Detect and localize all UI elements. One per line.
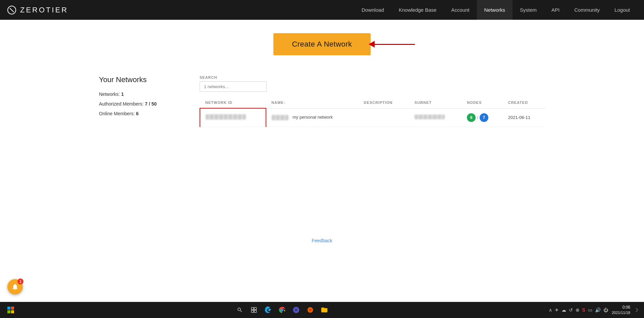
search-icon [237,307,243,313]
navbar: ZEROTIER Download Knowledge Base Account… [0,0,644,20]
stat-networks: Networks: 1 [99,91,173,98]
col-network-id[interactable]: NETWORK ID [200,97,266,108]
taskbar-paw-button[interactable] [290,304,302,316]
files-icon [321,306,328,314]
network-nodes-cell: 6 / 7 [462,108,503,127]
stat-online-value: 6 [136,111,139,116]
taskbar-right: ∧ ✈ ☁ ↺ ⊕ S ▭ 🔊 ⏻ 0:06 2021/11/18 ☽ [543,305,644,315]
nav-api[interactable]: API [544,0,567,20]
search-input[interactable] [200,81,267,92]
svg-rect-4 [7,310,10,313]
taskbar-chrome-button[interactable] [276,304,288,316]
nav-download[interactable]: Download [354,0,391,20]
col-description[interactable]: DESCRIPTION [358,97,409,108]
create-network-button[interactable]: Create A Network [273,33,370,55]
logo: ZEROTIER [7,5,68,15]
paw-icon [292,306,300,314]
create-network-section: Create A Network [0,33,644,55]
taskbar-center [21,304,543,316]
tray-sound-icon[interactable]: 🔊 [594,306,602,314]
arrow-head-icon [369,41,375,48]
svg-rect-9 [254,310,257,313]
svg-rect-5 [11,310,14,313]
tray-icons: ∧ ✈ ☁ ↺ ⊕ S ▭ 🔊 ⏻ [548,306,609,314]
networks-table: NETWORK ID NAME↑ DESCRIPTION SUBNET NODE… [200,97,545,127]
col-created[interactable]: CREATED [503,97,545,108]
network-name-cell[interactable]: my personal network [266,108,358,127]
stat-authorized-value: 7 / 50 [145,101,157,107]
network-created-cell: 2021-06-11 [503,108,545,127]
subnet-value [415,115,445,119]
tray-chevron-icon[interactable]: ∧ [548,306,553,314]
tray-wifi-icon[interactable]: ✈ [554,306,560,314]
task-view-icon [251,307,257,313]
svg-rect-8 [252,310,254,313]
bell-icon [11,283,19,291]
start-button[interactable] [3,303,18,317]
col-nodes[interactable]: NODES [462,97,503,108]
tray-battery-icon[interactable]: ⏻ [602,306,609,314]
svg-point-12 [309,308,312,311]
tray-plus-icon[interactable]: ⊕ [575,306,581,314]
notification-bell[interactable]: 1 [7,279,23,295]
stat-authorized-label: Authorized Members: [99,101,144,107]
nav-knowledge-base[interactable]: Knowledge Base [391,0,444,20]
main-content: Create A Network Your Networks Networks:… [0,20,644,302]
network-description-inline: my personal network [292,115,333,120]
table-row[interactable]: my personal network 6 / 7 [200,108,545,127]
taskbar-search-button[interactable] [234,304,246,316]
stat-networks-value: 1 [121,91,124,97]
nav-logout[interactable]: Logout [607,0,637,20]
stat-networks-label: Networks: [99,91,120,97]
taskbar-task-view-button[interactable] [248,304,260,316]
taskbar-orange-app-button[interactable] [304,304,316,316]
arrow-shaft [375,44,415,45]
tray-cloud-icon[interactable]: ☁ [560,306,567,314]
network-subnet-cell [409,108,462,127]
zerotier-logo-icon [7,5,17,15]
logo-text: ZEROTIER [20,6,68,14]
clock-date: 2021/11/18 [612,310,630,315]
nodes-separator: / [477,115,478,120]
nodes-container: 6 / 7 [467,113,497,122]
taskbar-files-button[interactable] [318,304,330,316]
feedback-link[interactable]: Feedback [312,238,332,243]
chrome-icon [278,306,286,314]
col-name[interactable]: NAME↑ [266,97,358,108]
edge-icon [264,306,272,314]
search-label: SEARCH [200,75,545,79]
network-id-cell[interactable] [200,108,266,127]
tray-sync-icon[interactable]: ↺ [568,306,574,314]
windows-logo-icon [7,307,14,313]
table-header-row: NETWORK ID NAME↑ DESCRIPTION SUBNET NODE… [200,97,545,108]
feedback-section: Feedback [0,228,644,250]
nav-networks[interactable]: Networks [477,0,513,20]
nav-system[interactable]: System [513,0,544,20]
networks-stats: Your Networks Networks: 1 Authorized Mem… [99,75,173,127]
svg-rect-6 [252,308,254,310]
networks-title: Your Networks [99,75,173,84]
nodes-online-badge: 6 [467,113,476,122]
nav-account[interactable]: Account [444,0,477,20]
stat-authorized: Authorized Members: 7 / 50 [99,101,173,108]
stat-online: Online Members: 6 [99,110,173,117]
svg-rect-3 [11,307,14,310]
arrow-annotation [369,41,415,48]
networks-table-area: SEARCH NETWORK ID NAME↑ DESCRIPTION SUBN… [200,75,545,127]
network-description-cell [358,108,409,127]
tray-s-icon[interactable]: S [581,306,586,314]
orange-app-icon [307,306,314,314]
nav-community[interactable]: Community [567,0,607,20]
networks-section: Your Networks Networks: 1 Authorized Mem… [0,75,644,127]
taskbar: ∧ ✈ ☁ ↺ ⊕ S ▭ 🔊 ⏻ 0:06 2021/11/18 ☽ [0,302,644,318]
col-subnet[interactable]: SUBNET [409,97,462,108]
taskbar-edge-button[interactable] [262,304,274,316]
svg-line-1 [10,8,14,12]
network-id-value [206,114,246,120]
tray-moon-icon[interactable]: ☽ [633,306,639,314]
navbar-links: Download Knowledge Base Account Networks… [354,0,637,20]
clock[interactable]: 0:06 2021/11/18 [612,305,630,315]
network-name-blurred [272,115,288,120]
taskbar-left [0,303,21,317]
tray-monitor-icon[interactable]: ▭ [587,306,593,314]
